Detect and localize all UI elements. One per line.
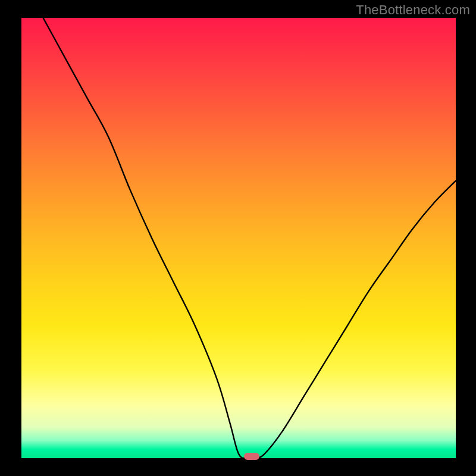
chart-frame: TheBottleneck.com (0, 0, 476, 476)
minimum-marker (244, 453, 259, 460)
plot-area (21, 18, 456, 458)
watermark-text: TheBottleneck.com (356, 2, 470, 18)
bottleneck-curve (43, 18, 456, 458)
curve-svg (21, 18, 456, 458)
